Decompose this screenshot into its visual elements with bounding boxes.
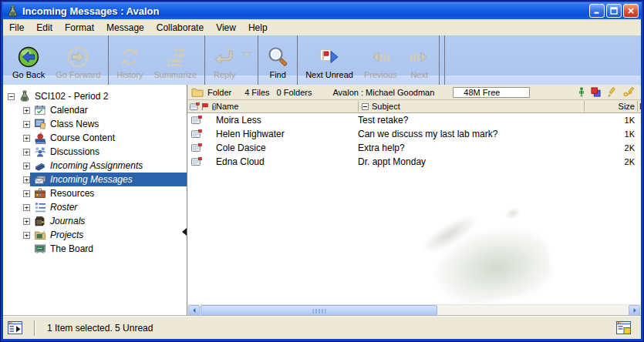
reply-options-caret[interactable] [241, 35, 255, 85]
history-label: History [116, 70, 143, 79]
sidebar-item-sci102-period-2[interactable]: −SCI102 - Period 2 [3, 89, 187, 103]
status-bar: 1 Item selected. 5 Unread [3, 316, 641, 339]
expander-plus[interactable]: + [23, 121, 30, 128]
menu-file[interactable]: File [3, 21, 30, 35]
toolbar-separator [204, 35, 205, 85]
message-row[interactable]: Edna CloudDr. appt Monday2K1 [187, 155, 641, 169]
reply-label: Reply [214, 70, 235, 79]
next-unread-label: Next Unread [305, 70, 353, 79]
find-button[interactable]: Find [261, 35, 295, 85]
expander-minus[interactable]: − [8, 93, 15, 100]
pane-toggle-left-icon[interactable] [8, 321, 22, 334]
sidebar-item-roster[interactable]: +Roster [3, 200, 187, 214]
person-icon[interactable] [578, 87, 585, 97]
go-back-label: Go Back [12, 70, 45, 79]
column-size[interactable]: Size [584, 101, 637, 112]
go-forward-button[interactable]: Go Forward [50, 35, 106, 85]
previous-icon [369, 45, 392, 69]
minimize-button[interactable] [589, 4, 605, 18]
splitter-collapse-arrow[interactable] [182, 228, 187, 236]
previous-button[interactable]: Previous [359, 35, 403, 85]
expander-plus[interactable]: + [23, 232, 30, 239]
scroll-left-arrow[interactable] [188, 305, 200, 316]
message-date-fragment: 1 [637, 129, 641, 139]
message-date-fragment: 1 [637, 116, 641, 125]
menu-format[interactable]: Format [59, 21, 100, 35]
sidebar-item-calendar[interactable]: +Calendar [3, 103, 187, 117]
summarize-button[interactable]: Summarize [149, 35, 203, 85]
layers-icon[interactable] [591, 87, 601, 97]
key-pencil-icon[interactable] [623, 87, 636, 97]
menu-edit[interactable]: Edit [30, 21, 59, 35]
column-subject[interactable]: Subject [358, 101, 584, 112]
menu-view[interactable]: View [210, 21, 242, 35]
course-content-icon [34, 132, 46, 144]
sidebar-item-label: Class News [50, 119, 99, 129]
expander-plus[interactable]: + [23, 107, 30, 114]
menu-help[interactable]: Help [242, 21, 274, 35]
flag-column-icon[interactable] [201, 102, 209, 111]
menu-message[interactable]: Message [100, 21, 150, 35]
menu-bar: FileEditFormatMessageCollaborateViewHelp [3, 19, 641, 36]
expander-plus[interactable]: + [23, 204, 30, 211]
sidebar-item-journals[interactable]: +Journals [3, 214, 187, 228]
sidebar-item-course-content[interactable]: +Course Content [3, 131, 187, 145]
sidebar-item-the-board[interactable]: +The Board [3, 242, 187, 256]
go-back-button[interactable]: Go Back [7, 35, 50, 85]
menu-collaborate[interactable]: Collaborate [150, 21, 210, 35]
titlebar[interactable]: Incoming Messages : Avalon [2, 2, 642, 19]
sidebar-item-resources[interactable]: +Resources [3, 186, 187, 200]
sidebar-item-class-news[interactable]: +Class News [3, 117, 187, 131]
sidebar-item-label: Journals [50, 216, 85, 226]
sidebar-item-label: SCI102 - Period 2 [35, 91, 108, 102]
sidebar-item-discussions[interactable]: +Discussions [3, 145, 187, 159]
column-name[interactable]: Name [216, 102, 358, 111]
app-flask-icon [6, 5, 19, 18]
expander-plus[interactable]: + [23, 176, 30, 183]
message-size: 2K [584, 157, 637, 166]
expander-plus[interactable]: + [23, 190, 30, 197]
pencil-icon[interactable] [607, 87, 617, 97]
message-row[interactable]: Moira LessTest retake?1K1 [187, 113, 641, 127]
close-button[interactable] [623, 4, 639, 18]
reply-button[interactable]: Reply [207, 35, 241, 85]
messages-icon [34, 173, 46, 186]
next-button[interactable]: Next [403, 35, 437, 85]
find-icon [266, 45, 289, 69]
expander-plus[interactable]: + [23, 163, 30, 169]
envelope-column-icon[interactable] [190, 102, 200, 111]
maximize-button[interactable] [606, 4, 622, 18]
scrollbar-thumb[interactable] [201, 305, 437, 316]
sidebar-item-incoming-messages[interactable]: +Incoming Messages [3, 173, 187, 186]
resources-icon [34, 187, 46, 200]
message-row[interactable]: Cole DasiceExtra help?2K1 [187, 141, 641, 155]
scroll-right-arrow[interactable] [629, 305, 640, 316]
unread-envelope-icon [187, 116, 216, 125]
collapse-minus-icon[interactable] [362, 103, 369, 110]
sidebar-item-incoming-assignments[interactable]: +Incoming Assignments [3, 159, 187, 173]
unread-envelope-icon [187, 143, 216, 153]
expander-plus[interactable]: + [23, 135, 30, 142]
class-news-icon [34, 118, 46, 130]
column-clipped[interactable]: L [637, 101, 641, 112]
folders-count: 0 Folders [277, 88, 312, 97]
unread-envelope-icon [187, 157, 216, 166]
calendar-icon [34, 104, 46, 116]
sidebar-item-label: Discussions [50, 146, 99, 157]
horizontal-scrollbar[interactable] [187, 304, 641, 317]
toolbar-separator [297, 35, 298, 85]
next-unread-button[interactable]: Next Unread [300, 35, 359, 85]
status-separator [34, 320, 35, 336]
expander-plus[interactable]: + [23, 218, 30, 225]
history-button[interactable]: History [111, 35, 148, 85]
message-size: 2K [584, 143, 637, 153]
expander-plus[interactable]: + [23, 149, 30, 156]
unread-envelope-icon [187, 129, 216, 139]
next-unread-icon [318, 45, 341, 69]
sidebar-item-projects[interactable]: +Projects [3, 228, 187, 242]
message-subject: Extra help? [358, 142, 584, 153]
message-size: 1K [584, 129, 637, 139]
toolbar: Go BackGo ForwardHistorySummarizeReplyFi… [3, 35, 641, 85]
message-row[interactable]: Helen HighwaterCan we discuss my last la… [187, 127, 641, 141]
pane-toggle-right-icon[interactable] [616, 321, 631, 334]
